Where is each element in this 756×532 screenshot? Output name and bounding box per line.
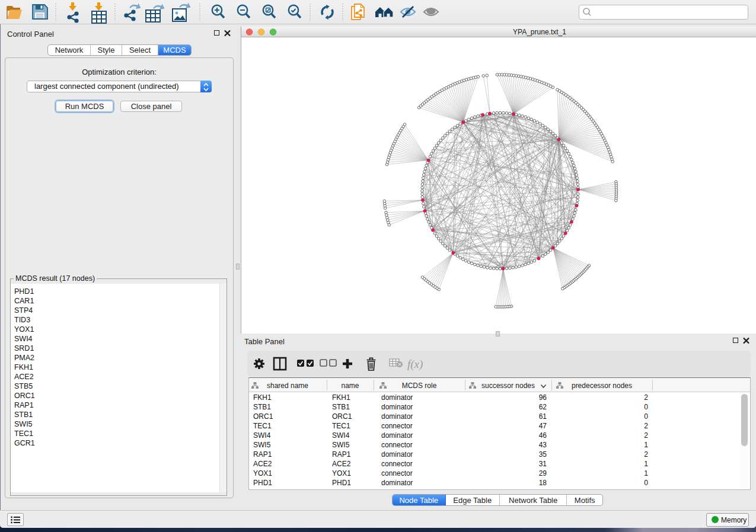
svg-text:f(x): f(x) <box>407 358 423 371</box>
